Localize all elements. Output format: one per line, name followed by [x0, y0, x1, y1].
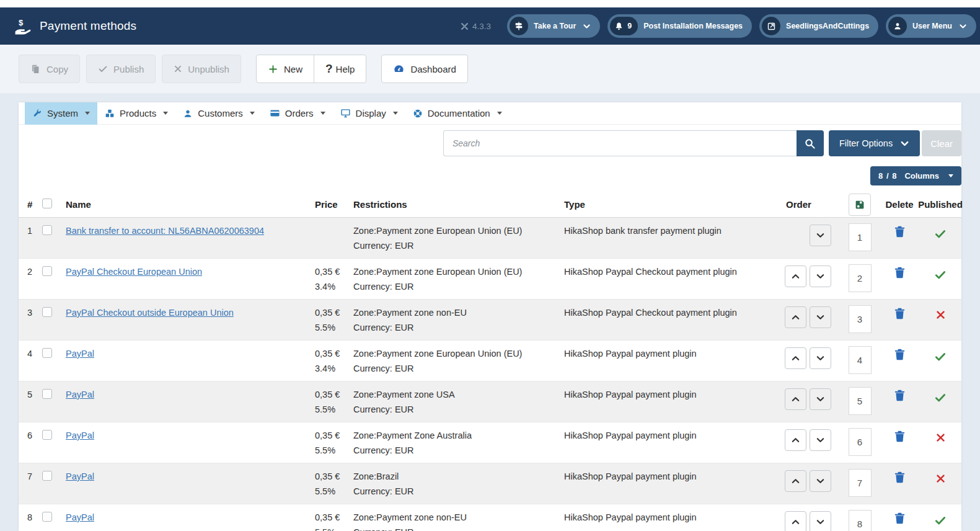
- svg-text:$: $: [19, 18, 24, 27]
- x-icon: [174, 65, 182, 73]
- delete-button[interactable]: [879, 346, 920, 361]
- order-input[interactable]: [849, 469, 872, 497]
- order-up-button[interactable]: [785, 429, 806, 451]
- menu-item-documentation[interactable]: Documentation: [405, 102, 510, 125]
- payment-name-link[interactable]: PayPal Checkout European Union: [66, 267, 202, 277]
- chevron-up-icon: [791, 476, 800, 486]
- order-down-button[interactable]: [810, 306, 831, 328]
- unpublished-icon: [935, 310, 946, 322]
- type-cell: HikaShop Paypal payment plugin: [560, 346, 775, 361]
- chevron-up-icon: [791, 272, 800, 281]
- order-up-button[interactable]: [785, 470, 806, 492]
- order-up-button[interactable]: [785, 388, 806, 410]
- caret-down-icon: [85, 112, 90, 115]
- order-up-button[interactable]: [785, 266, 806, 287]
- bell-icon: [614, 22, 624, 31]
- unpublish-button[interactable]: Unpublish: [162, 55, 241, 83]
- order-down-button[interactable]: [810, 347, 831, 369]
- row-checkbox[interactable]: [42, 348, 52, 358]
- published-toggle[interactable]: [920, 223, 961, 242]
- order-down-button[interactable]: [810, 225, 831, 246]
- order-input[interactable]: [849, 305, 872, 333]
- row-number: 3: [19, 305, 40, 320]
- order-input[interactable]: [849, 346, 872, 374]
- chevron-down-icon: [816, 395, 825, 404]
- delete-button[interactable]: [879, 305, 920, 320]
- order-input[interactable]: [849, 510, 872, 531]
- payment-name-link[interactable]: PayPal: [66, 349, 94, 359]
- published-toggle[interactable]: [920, 346, 961, 365]
- row-checkbox[interactable]: [42, 512, 52, 522]
- delete-button[interactable]: [879, 428, 920, 443]
- row-checkbox[interactable]: [42, 471, 52, 481]
- menu-item-orders[interactable]: Orders: [262, 102, 333, 125]
- menu-item-customers[interactable]: Customers: [175, 102, 262, 125]
- search-button[interactable]: [797, 130, 824, 156]
- order-down-button[interactable]: [810, 266, 831, 287]
- select-all-checkbox[interactable]: [42, 199, 52, 208]
- order-input[interactable]: [849, 428, 872, 456]
- copy-button[interactable]: Copy: [19, 55, 80, 83]
- published-toggle[interactable]: [920, 469, 961, 486]
- menu-item-display[interactable]: Display: [333, 102, 405, 125]
- published-icon: [934, 350, 947, 365]
- delete-button[interactable]: [879, 264, 920, 279]
- order-down-button[interactable]: [810, 388, 831, 410]
- dashboard-button[interactable]: Dashboard: [381, 55, 467, 83]
- order-up-button[interactable]: [785, 306, 806, 328]
- order-input[interactable]: [849, 223, 872, 251]
- order-down-button[interactable]: [810, 470, 831, 492]
- post-installation-messages-button[interactable]: 9 Post Installation Messages: [607, 14, 752, 38]
- order-up-button[interactable]: [785, 347, 806, 369]
- clear-button[interactable]: Clear: [922, 130, 961, 156]
- payment-name-link[interactable]: PayPal: [66, 431, 94, 440]
- order-down-button[interactable]: [810, 429, 831, 451]
- delete-button[interactable]: [879, 469, 920, 484]
- row-checkbox[interactable]: [42, 266, 52, 276]
- published-toggle[interactable]: [920, 305, 961, 322]
- payment-name-link[interactable]: PayPal: [66, 390, 94, 399]
- delete-button[interactable]: [879, 387, 920, 402]
- columns-select-button[interactable]: 8 / 8 Columns: [870, 166, 961, 185]
- caret-down-icon: [320, 112, 325, 115]
- help-button[interactable]: ? Help: [314, 55, 366, 83]
- payment-name-link[interactable]: PayPal: [66, 471, 94, 481]
- caret-down-icon: [250, 112, 255, 115]
- delete-button[interactable]: [879, 510, 920, 525]
- take-a-tour-button[interactable]: Take a Tour: [507, 14, 600, 38]
- payment-name-link[interactable]: PayPal Checkout outside European Union: [66, 308, 234, 318]
- row-checkbox[interactable]: [42, 307, 52, 317]
- caret-down-icon: [497, 112, 502, 115]
- payment-name-link[interactable]: PayPal: [66, 512, 94, 522]
- menu-item-products[interactable]: Products: [97, 102, 175, 125]
- site-preview-button[interactable]: SeedlingsAndCuttings: [759, 14, 878, 38]
- save-order-button[interactable]: [849, 194, 871, 216]
- caret-down-icon: [393, 112, 398, 115]
- menu-item-system[interactable]: System: [25, 102, 97, 125]
- chevron-up-icon: [791, 354, 800, 363]
- filter-options-button[interactable]: Filter Options: [829, 130, 920, 156]
- published-toggle[interactable]: [920, 510, 961, 529]
- new-button[interactable]: New: [256, 55, 314, 83]
- type-cell: HikaShop Paypal payment plugin: [560, 510, 775, 525]
- published-toggle[interactable]: [920, 428, 961, 445]
- row-checkbox[interactable]: [42, 389, 52, 399]
- user-menu-button[interactable]: User Menu: [886, 14, 976, 38]
- chevron-up-icon: [791, 313, 800, 322]
- order-input[interactable]: [849, 264, 872, 292]
- search-input[interactable]: [443, 130, 797, 156]
- plus-icon: [268, 64, 278, 74]
- order-input[interactable]: [849, 387, 872, 415]
- row-checkbox[interactable]: [42, 430, 52, 440]
- price-percent: 3.4%: [315, 279, 350, 294]
- publish-button[interactable]: Publish: [86, 55, 156, 83]
- table-row: 7 PayPal 0,35 € 5.5% Zone:Brazil Currenc…: [19, 463, 961, 504]
- order-up-button[interactable]: [785, 511, 806, 531]
- row-checkbox[interactable]: [42, 225, 52, 235]
- order-down-button[interactable]: [810, 511, 831, 531]
- published-toggle[interactable]: [920, 264, 961, 283]
- price-fixed: 0,35 €: [315, 387, 350, 402]
- published-toggle[interactable]: [920, 387, 961, 406]
- payment-name-link[interactable]: Bank transfer to account: NL56ABNA062006…: [66, 226, 264, 236]
- delete-button[interactable]: [879, 223, 920, 238]
